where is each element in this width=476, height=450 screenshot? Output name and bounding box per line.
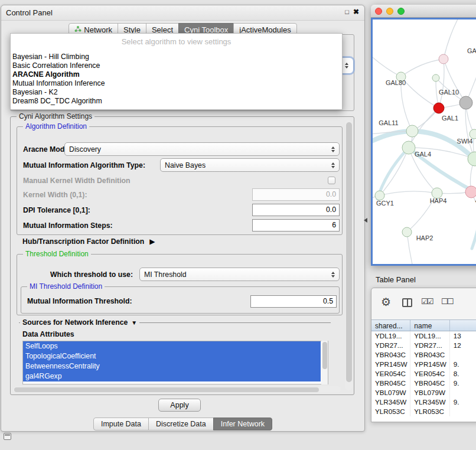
column-header[interactable]: shared... bbox=[371, 320, 410, 331]
network-edge[interactable] bbox=[401, 77, 439, 108]
combo-stepper-icon bbox=[331, 162, 335, 168]
hub-definition-toggle[interactable]: Hub/Transcription Factor Definition ▶ bbox=[22, 237, 155, 246]
table-cell: 8. bbox=[450, 369, 476, 379]
network-edge[interactable] bbox=[444, 59, 466, 103]
scrollbar-thumb[interactable] bbox=[346, 122, 352, 382]
expand-arrow-icon: ▶ bbox=[149, 237, 155, 246]
table-row[interactable]: YLR345WYLR345W9. bbox=[371, 397, 476, 407]
data-attributes-list[interactable]: SelfLoopsTopologicalCoefficientBetweenne… bbox=[22, 341, 328, 384]
minimize-traffic-light-icon[interactable] bbox=[386, 8, 393, 15]
network-edge[interactable] bbox=[444, 19, 461, 59]
network-node[interactable] bbox=[402, 141, 415, 154]
control-panel-window: Control Panel □ ✖ NetworkStyleSelectCyni… bbox=[1, 5, 365, 432]
mi-steps-label: Mutual Information Steps: bbox=[23, 221, 113, 230]
table-cell: YER054C bbox=[410, 369, 449, 379]
combo-stepper-icon bbox=[345, 63, 348, 69]
algorithm-option[interactable]: Basic Correlation Inference bbox=[11, 61, 342, 70]
network-node[interactable] bbox=[402, 227, 412, 237]
tab-impute-data[interactable]: Impute Data bbox=[93, 418, 149, 431]
float-window-icon[interactable]: □ bbox=[345, 8, 349, 15]
attribute-item[interactable]: SelfLoops bbox=[23, 341, 321, 351]
combo-stepper-icon bbox=[331, 146, 335, 152]
attribute-list-scrollbar[interactable] bbox=[321, 341, 328, 384]
column-header[interactable] bbox=[450, 320, 476, 331]
kernel-width-input[interactable]: 0.0 bbox=[252, 188, 340, 201]
attribute-item[interactable]: gal4RGexp bbox=[23, 371, 321, 381]
data-attributes-label: Data Attributes bbox=[22, 330, 74, 338]
node-label: GAL11 bbox=[379, 119, 398, 126]
select-checked-rows-icon[interactable]: ☑☑ bbox=[421, 297, 432, 306]
which-threshold-select[interactable]: MI Threshold bbox=[139, 268, 340, 281]
mi-steps-input[interactable]: 6 bbox=[252, 219, 340, 231]
table-row[interactable]: YBL079WYBL079W bbox=[371, 388, 476, 397]
network-edge[interactable] bbox=[373, 52, 401, 77]
table-row[interactable]: YPR145WYPR145W9. bbox=[371, 360, 476, 369]
algorithm-option[interactable]: Bayesian - K2 bbox=[11, 88, 342, 97]
network-node[interactable] bbox=[406, 125, 418, 137]
table-row[interactable]: YLR053CYLR053C bbox=[371, 407, 476, 416]
node-label: GAL1 bbox=[442, 115, 458, 122]
table-row[interactable]: YBR045CYBR045C9. bbox=[371, 379, 476, 388]
mi-threshold-label: Mutual Information Threshold: bbox=[27, 297, 132, 305]
network-edge[interactable] bbox=[466, 36, 476, 103]
network-node[interactable] bbox=[375, 191, 384, 200]
docked-panel-icon[interactable] bbox=[4, 433, 11, 440]
tab-discretize-data[interactable]: Discretize Data bbox=[148, 418, 214, 431]
close-window-icon[interactable]: ✖ bbox=[353, 8, 359, 16]
table-row[interactable]: YER054CYER054C8. bbox=[371, 369, 476, 379]
tab-infer-network[interactable]: Infer Network bbox=[213, 418, 272, 431]
mi-threshold-input[interactable]: 0.5 bbox=[250, 295, 337, 308]
table-row[interactable]: YBR043CYBR043C bbox=[371, 350, 476, 360]
network-node[interactable] bbox=[459, 96, 472, 109]
table-cell: YLR345W bbox=[371, 397, 410, 407]
panel-splitter-arrow[interactable] bbox=[364, 218, 367, 223]
network-edge[interactable] bbox=[380, 191, 437, 195]
node-label: GAL10 bbox=[439, 89, 459, 96]
columns-icon[interactable] bbox=[402, 298, 412, 307]
cyni-settings-groupbox: Cyni Algorithm Settings Algorithm Defini… bbox=[10, 116, 354, 395]
scrollbar-thumb[interactable] bbox=[322, 342, 327, 369]
network-node[interactable] bbox=[465, 186, 476, 198]
network-node[interactable] bbox=[439, 54, 448, 64]
select-unchecked-rows-icon[interactable]: ☐☐ bbox=[441, 297, 452, 306]
table-cell bbox=[450, 350, 476, 360]
dpi-tolerance-input[interactable]: 0.0 bbox=[252, 204, 340, 216]
table-row[interactable]: YDL19...YDL19...13 bbox=[371, 331, 476, 341]
column-header[interactable]: name bbox=[410, 320, 449, 331]
apply-button[interactable]: Apply bbox=[158, 399, 201, 412]
attribute-item[interactable]: BetweennessCentrality bbox=[23, 361, 321, 371]
algorithm-option[interactable]: Mutual Information Inference bbox=[11, 79, 342, 88]
table-cell: YBR043C bbox=[371, 350, 410, 360]
scrollbar-thumb[interactable] bbox=[14, 387, 319, 392]
network-svg: GAL7GAL80GAL10GAL11GAL1SWI4GAL4GCY1HAP4Y… bbox=[373, 19, 476, 266]
settings-horizontal-scrollbar[interactable] bbox=[13, 386, 341, 393]
network-view-window: GAL7GAL80GAL10GAL11GAL1SWI4GAL4GCY1HAP4Y… bbox=[371, 5, 476, 266]
zoom-traffic-light-icon[interactable] bbox=[397, 8, 405, 15]
table-panel-title: Table Panel bbox=[376, 275, 416, 284]
manual-kernel-width-checkbox[interactable] bbox=[328, 177, 335, 184]
attribute-item[interactable]: TopologicalCoefficient bbox=[23, 351, 321, 361]
sources-toggle[interactable]: Sources for Network Inference ▼ bbox=[20, 318, 139, 327]
hub-definition-label: Hub/Transcription Factor Definition bbox=[22, 237, 144, 246]
network-edge[interactable] bbox=[380, 148, 409, 195]
aracne-mode-select[interactable]: Discovery bbox=[64, 142, 340, 156]
algorithm-option[interactable]: Bayesian - Hill Climbing bbox=[11, 53, 342, 61]
kernel-width-label: Kernel Width (0,1): bbox=[23, 191, 87, 199]
table-row[interactable]: YDR27...YDR27...12 bbox=[371, 341, 476, 350]
algorithm-option[interactable]: Dream8 DC_TDC Algorithm bbox=[11, 97, 342, 106]
close-traffic-light-icon[interactable] bbox=[375, 8, 382, 15]
network-edge[interactable] bbox=[407, 232, 414, 266]
table-cell: YDR27... bbox=[371, 341, 410, 350]
algorithm-placeholder: Select algorithm to view settings bbox=[11, 34, 342, 53]
network-node[interactable] bbox=[432, 74, 439, 81]
network-canvas[interactable]: GAL7GAL80GAL10GAL11GAL1SWI4GAL4GCY1HAP4Y… bbox=[371, 18, 476, 266]
mi-algorithm-type-select[interactable]: Naive Bayes bbox=[160, 158, 340, 172]
gear-icon[interactable]: ⚙ bbox=[381, 295, 391, 309]
table-cell: YBL079W bbox=[410, 388, 449, 397]
table-cell: YDR27... bbox=[410, 341, 449, 350]
network-edge[interactable] bbox=[401, 59, 444, 77]
table-cell: YBL079W bbox=[371, 388, 410, 397]
algorithm-option[interactable]: ARACNE Algorithm bbox=[11, 70, 342, 79]
network-node[interactable] bbox=[433, 103, 444, 113]
settings-vertical-scrollbar[interactable] bbox=[345, 120, 353, 390]
